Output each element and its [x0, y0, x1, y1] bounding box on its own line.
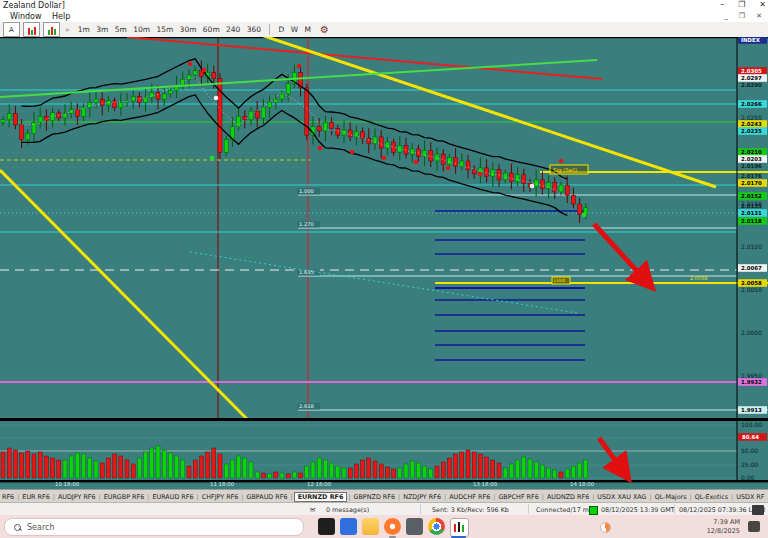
search-input[interactable]: Search [4, 518, 304, 536]
timeframe-1m[interactable]: 1m [78, 25, 90, 34]
price-label: 2.0152 [741, 193, 762, 199]
trading-platform-icon[interactable] [450, 518, 469, 537]
chart-area[interactable]: 1.0001.2701.6352.618Sig (Sell)Limit2.005… [0, 37, 768, 489]
tab-separator: | [348, 493, 350, 501]
price-label: 1.9932 [741, 379, 762, 385]
tab-separator: | [690, 493, 692, 501]
price-label: 2.0118 [741, 218, 762, 224]
tab-ql-majors[interactable]: QL-Majors [653, 493, 689, 501]
tab-eurgbp-rf6[interactable]: EURGBP RF6 [102, 493, 147, 501]
period-M[interactable]: M [304, 25, 310, 34]
tab-audnzd-rf6[interactable]: AUDNZD RF6 [545, 493, 591, 501]
price-label: 1.9913 [741, 407, 762, 413]
price-label: 2.0170 [741, 180, 762, 186]
tab-audjpy-rf6[interactable]: AUDJPY RF6 [56, 493, 98, 501]
price-tick: 2.0000 [741, 329, 762, 336]
tab-gbpchf-rf6[interactable]: GBPCHF RF6 [496, 493, 540, 501]
gear-icon[interactable]: ⚙ [320, 24, 329, 35]
menu-help[interactable]: Help [52, 12, 70, 21]
price-label: 2.0058 [741, 280, 762, 286]
time-label: 10 18:00 [55, 481, 80, 487]
calculator-icon[interactable] [340, 518, 357, 535]
chart-close-icon[interactable]: ✕ [756, 12, 762, 20]
tab-audchf-rf6[interactable]: AUDCHF RF6 [447, 493, 492, 501]
tray-icon[interactable] [600, 522, 611, 533]
time-label: 11 18:00 [210, 481, 235, 487]
traffic-stats: Sent: 3 Kb/Recv: 596 Kb [432, 506, 509, 514]
clock-time: 7:39 AM [707, 518, 740, 527]
mail-icon[interactable]: ✉ [310, 506, 315, 514]
search-icon [14, 524, 21, 531]
tab-separator: | [17, 493, 19, 501]
signal-dot [318, 146, 323, 151]
tab-usdx-rf[interactable]: USDX RF [734, 493, 766, 501]
tab-separator: | [444, 493, 446, 501]
signal-dot [382, 156, 387, 161]
taskbar-clock[interactable]: 7:39 AM 12/8/2025 [707, 518, 740, 535]
notification-icon[interactable] [748, 521, 760, 532]
tab-separator: | [398, 493, 400, 501]
signal-dot [188, 62, 193, 67]
time-label: 12 18:00 [307, 481, 332, 487]
tab-nzdjpy-rf6[interactable]: NZDJPY RF6 [401, 493, 443, 501]
minimize-icon[interactable]: – [720, 0, 724, 9]
tab-gbpnzd-rf6[interactable]: GBPNZD RF6 [352, 493, 397, 501]
price-label: INDEX [741, 37, 761, 43]
tab-eurnzd-rf6[interactable]: EURNZD RF6 [294, 492, 348, 502]
period-W[interactable]: W [291, 25, 298, 34]
tab-ql-exotics[interactable]: QL-Exotics [693, 493, 730, 501]
menu-window[interactable]: Window [10, 12, 42, 21]
price-label: 2.0305 [741, 68, 762, 74]
title-bar: Zealand Dollar] – ❐ ✕ [0, 0, 768, 11]
timeframe-360[interactable]: 360 [247, 25, 261, 34]
price-label: 2.0203 [741, 156, 762, 162]
tab-separator: | [147, 493, 149, 501]
signal-dot [350, 150, 355, 155]
clock-date: 12/8/2025 [707, 527, 740, 536]
chart-style2-icon[interactable] [43, 22, 60, 37]
timeframe-60m[interactable]: 60m [203, 25, 220, 34]
chart-restore-icon[interactable]: ❐ [739, 12, 745, 20]
close-icon[interactable]: ✕ [759, 0, 766, 9]
chrome-icon[interactable] [428, 518, 445, 535]
signal-dot [414, 160, 419, 165]
price-label: 2.0196 [741, 163, 762, 169]
toolbar-overflow-icon[interactable]: » [65, 25, 70, 34]
timeframe-buttons: 1m3m5m10m15m30m60m240360 [75, 25, 265, 34]
timeframe-3m[interactable]: 3m [96, 25, 108, 34]
timeframe-30m[interactable]: 30m [180, 25, 197, 34]
file-explorer-icon[interactable] [362, 518, 379, 535]
tab-chfjpy-rf6[interactable]: CHFJPY RF6 [200, 493, 241, 501]
status-app-icon [752, 505, 764, 515]
tab-usdx-xau-xag[interactable]: USDX XAU XAG [595, 493, 648, 501]
tab-eur-rf6[interactable]: EUR RF6 [20, 493, 51, 501]
timeframe-15m[interactable]: 15m [156, 25, 173, 34]
tab-separator: | [99, 493, 101, 501]
signal-dot [297, 64, 302, 69]
timeframe-10m[interactable]: 10m [133, 25, 150, 34]
signal-dot [202, 68, 207, 73]
video-app-icon[interactable] [318, 518, 335, 535]
chart-style-icon[interactable] [23, 22, 40, 37]
panel-separator-bottom [0, 480, 768, 482]
time-label: 13 18:00 [473, 481, 498, 487]
chart-minimize-icon[interactable]: _ [724, 12, 728, 20]
tab-rf6[interactable]: RF6 [0, 493, 16, 501]
restore-icon[interactable]: ❐ [738, 0, 745, 9]
chat-app-icon[interactable] [384, 518, 401, 535]
tab-euraud-rf6[interactable]: EURAUD RF6 [150, 493, 195, 501]
tab-gbpaud-rf6[interactable]: GBPAUD RF6 [245, 493, 290, 501]
indicator-tool-icon[interactable]: A [3, 22, 20, 37]
gmt-time: 08/12/2025 13:39 GMT [601, 506, 675, 514]
notes-app-icon[interactable] [406, 518, 423, 535]
tab-separator: | [542, 493, 544, 501]
price-label: 2.0210 [741, 149, 762, 155]
signal-dot [582, 213, 587, 218]
price-chart[interactable]: 1.0001.2701.6352.618Sig (Sell)Limit2.005… [0, 37, 768, 489]
timeframe-240[interactable]: 240 [226, 25, 240, 34]
tab-separator: | [649, 493, 651, 501]
signal-dot [446, 166, 451, 171]
period-D[interactable]: D [278, 25, 284, 34]
panel-separator[interactable] [0, 418, 768, 421]
timeframe-5m[interactable]: 5m [115, 25, 127, 34]
